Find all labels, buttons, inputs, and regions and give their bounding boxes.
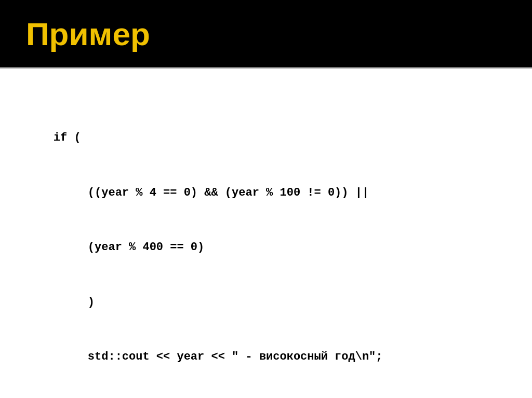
code-line-4: ) bbox=[54, 296, 95, 309]
code-block: if ( ((year % 4 == 0) && (year % 100 != … bbox=[26, 111, 506, 398]
code-line-1: if ( bbox=[54, 131, 81, 144]
code-line-3: (year % 400 == 0) bbox=[54, 241, 204, 254]
header-section: Пример bbox=[0, 0, 532, 67]
page-title: Пример bbox=[26, 16, 150, 52]
code-line-5: std::cout << year << " - високосный год\… bbox=[54, 350, 383, 363]
code-line-2: ((year % 4 == 0) && (year % 100 != 0)) |… bbox=[54, 186, 369, 199]
content-area: if ( ((year % 4 == 0) && (year % 100 != … bbox=[0, 69, 532, 398]
